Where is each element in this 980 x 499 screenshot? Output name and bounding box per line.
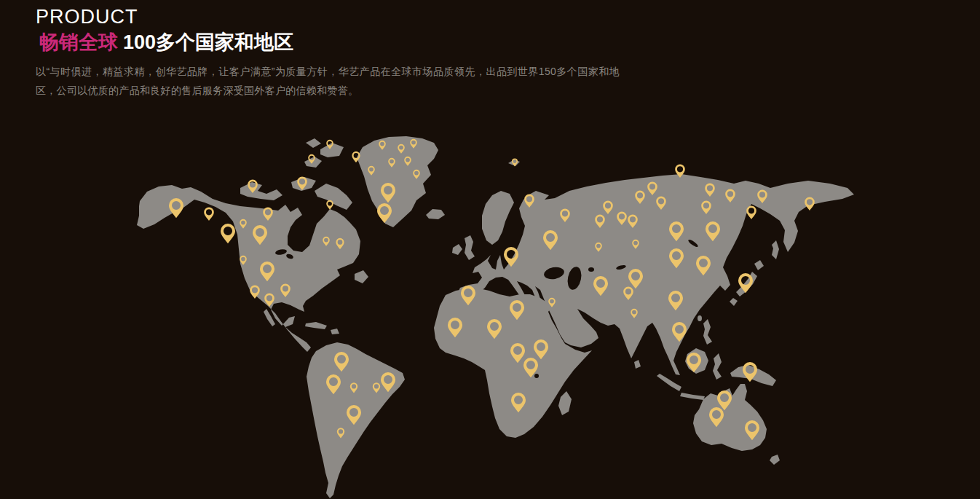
location-pin-icon — [221, 224, 235, 243]
location-pin-icon — [746, 206, 756, 220]
world-distribution-map — [0, 0, 980, 499]
continent-landmass — [137, 136, 854, 498]
location-pin-icon — [204, 208, 214, 221]
page-root: { "header": { "title": "PRODUCT", "subti… — [0, 0, 980, 499]
